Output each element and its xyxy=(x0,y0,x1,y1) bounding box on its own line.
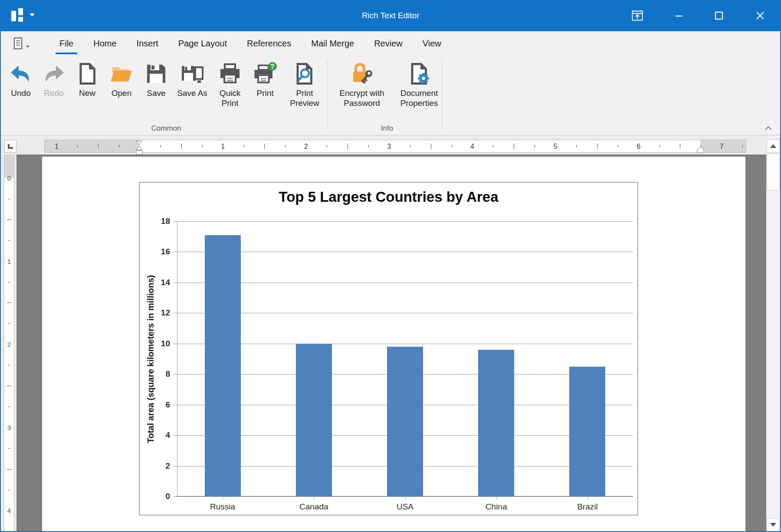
ruler-number: 1 xyxy=(4,257,14,265)
ruler-tick xyxy=(535,145,535,148)
horizontal-ruler[interactable]: 11234567 xyxy=(44,140,746,153)
tab-references[interactable]: References xyxy=(237,31,301,56)
ruler-tick xyxy=(264,144,265,149)
app-window: Rich Text Editor xyxy=(0,0,781,532)
chart-gridline xyxy=(177,221,633,222)
document-menu-icon xyxy=(13,37,24,50)
undo-icon xyxy=(8,61,33,87)
ruler-tick xyxy=(576,145,577,148)
ruler-tick xyxy=(597,144,597,149)
ruler-number: 5 xyxy=(554,140,558,153)
chart-y-axis-line xyxy=(177,221,177,496)
tab-insert[interactable]: Insert xyxy=(127,31,168,56)
ribbon-group-common: UndoRedoNewOpenSaveSave AsQuick Print?Pr… xyxy=(4,56,328,135)
ruler-number: 4 xyxy=(470,140,474,153)
close-button[interactable] xyxy=(750,6,771,25)
quick-access-caret-icon xyxy=(26,46,30,48)
tab-review[interactable]: Review xyxy=(364,31,413,56)
scrollbar-thumb[interactable] xyxy=(767,154,780,190)
ruler-tick xyxy=(8,199,10,199)
ruler-tick xyxy=(285,145,285,148)
app-logo-icon[interactable] xyxy=(11,7,24,24)
tab-home[interactable]: Home xyxy=(83,31,126,56)
tab-mail-merge[interactable]: Mail Merge xyxy=(301,31,364,56)
collapse-ribbon-button[interactable] xyxy=(764,125,773,131)
tab-stop-left-icon xyxy=(8,144,13,149)
ribbon-group-info: Encrypt with PasswordDocument Properties… xyxy=(330,56,444,135)
button-label: Save As xyxy=(177,88,207,98)
chart-gridline xyxy=(177,282,633,283)
ruler-tick xyxy=(618,145,618,148)
embedded-bar-chart[interactable]: Top 5 Largest Countries by Area Total ar… xyxy=(139,182,638,516)
document-page[interactable]: Top 5 Largest Countries by Area Total ar… xyxy=(42,157,745,532)
ruler-tick xyxy=(660,145,660,148)
ruler-number: 6 xyxy=(637,140,640,153)
quick-print-icon xyxy=(217,61,243,87)
maximize-button[interactable] xyxy=(709,6,729,25)
y-axis-tick xyxy=(173,221,177,222)
button-label: Undo xyxy=(11,88,30,98)
x-axis-category-label: China xyxy=(486,502,507,512)
y-axis-tick xyxy=(173,466,177,466)
ruler-number: 0 xyxy=(4,174,14,182)
new-button[interactable]: New xyxy=(70,56,104,98)
x-axis-tick xyxy=(405,496,406,499)
tab-stop-selector[interactable] xyxy=(4,140,16,153)
ruler-tick xyxy=(8,282,10,282)
ruler-tick xyxy=(493,145,493,148)
print-button[interactable]: ?Print xyxy=(249,56,281,98)
ruler-number: 3 xyxy=(387,140,391,153)
chart-y-axis-title: Total area (square kilometers in million… xyxy=(142,221,160,496)
y-axis-tick xyxy=(173,405,177,405)
quick-print-button[interactable]: Quick Print xyxy=(211,56,249,108)
x-axis-tick xyxy=(587,496,588,499)
chart-gridline xyxy=(177,252,633,252)
ruler-tick xyxy=(327,145,327,148)
save-as-button[interactable]: Save As xyxy=(174,56,211,98)
x-axis-tick xyxy=(223,496,223,499)
ruler-tick xyxy=(7,220,11,220)
open-button[interactable]: Open xyxy=(104,56,139,98)
bar-russia xyxy=(205,235,241,496)
ribbon-group-label: Common xyxy=(4,124,328,133)
ruler-tick xyxy=(452,145,452,148)
ruler-tick xyxy=(7,386,11,386)
print-preview-icon xyxy=(292,61,317,87)
ruler-number: 2 xyxy=(304,140,308,153)
title-bar: Rich Text Editor xyxy=(1,0,780,31)
right-indent-marker[interactable] xyxy=(697,146,704,155)
ruler-tick xyxy=(244,145,244,148)
document-properties-icon xyxy=(407,61,432,87)
ruler-tick xyxy=(77,145,78,148)
minimize-button[interactable] xyxy=(669,6,689,25)
vertical-scrollbar[interactable] xyxy=(766,135,780,532)
ruler-tick xyxy=(98,144,98,149)
button-label: New xyxy=(79,88,95,98)
ruler-tick xyxy=(431,144,431,149)
ruler-number: 1 xyxy=(221,140,225,153)
encrypt-password-icon xyxy=(349,61,374,87)
ruler-tick xyxy=(348,144,348,149)
undo-button[interactable]: Undo xyxy=(4,56,37,98)
app-menu-caret-icon[interactable] xyxy=(30,13,35,16)
y-axis-tick-label: 18 xyxy=(140,217,170,226)
quick-access-menu-button[interactable] xyxy=(13,36,33,51)
tab-file[interactable]: File xyxy=(49,31,83,56)
vertical-ruler[interactable]: 01234 xyxy=(4,154,14,532)
save-button[interactable]: Save xyxy=(139,56,174,98)
encrypt-with-password-button[interactable]: Encrypt with Password xyxy=(330,56,394,108)
print-preview-button[interactable]: Print Preview xyxy=(281,56,328,108)
chevron-up-icon xyxy=(765,126,772,131)
scroll-down-button[interactable] xyxy=(767,518,780,532)
document-properties-button[interactable]: Document Properties xyxy=(394,56,444,108)
svg-text:?: ? xyxy=(270,63,275,70)
tab-page-layout[interactable]: Page Layout xyxy=(168,31,237,56)
y-axis-tick xyxy=(173,252,177,252)
pin-ribbon-button[interactable] xyxy=(627,6,648,25)
y-axis-tick-label: 4 xyxy=(140,430,170,440)
tab-view[interactable]: View xyxy=(413,31,451,56)
redo-button[interactable]: Redo xyxy=(37,56,70,98)
ruler-tick xyxy=(8,448,10,449)
bar-canada xyxy=(296,344,332,496)
scroll-up-button[interactable] xyxy=(767,139,780,153)
